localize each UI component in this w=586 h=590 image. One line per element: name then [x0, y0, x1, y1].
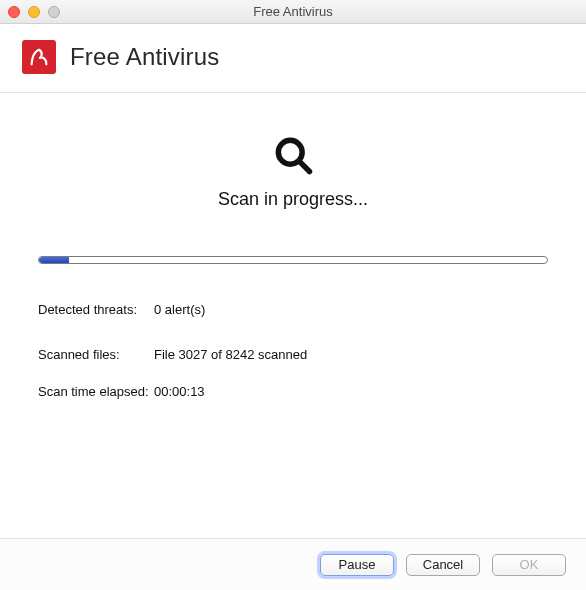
progress-fill — [39, 257, 69, 263]
app-title: Free Antivirus — [70, 43, 220, 71]
progress-bar — [38, 256, 548, 264]
zoom-window-button — [48, 6, 60, 18]
time-value: 00:00:13 — [154, 384, 205, 399]
avira-logo-icon — [22, 40, 56, 74]
files-label: Scanned files: — [38, 347, 154, 362]
threats-label: Detected threats: — [38, 302, 154, 317]
dialog-footer: Pause Cancel OK — [0, 538, 586, 590]
ok-button: OK — [492, 554, 566, 576]
files-value: File 3027 of 8242 scanned — [154, 347, 307, 362]
scan-stats: Detected threats: 0 alert(s) Scanned fil… — [38, 302, 548, 399]
time-label: Scan time elapsed: — [38, 384, 154, 399]
titlebar: Free Antivirus — [0, 0, 586, 24]
pause-button[interactable]: Pause — [320, 554, 394, 576]
stat-scan-time: Scan time elapsed: 00:00:13 — [38, 384, 548, 399]
cancel-button[interactable]: Cancel — [406, 554, 480, 576]
app-header: Free Antivirus — [0, 24, 586, 93]
threats-value: 0 alert(s) — [154, 302, 205, 317]
stat-scanned-files: Scanned files: File 3027 of 8242 scanned — [38, 347, 548, 362]
scan-status-text: Scan in progress... — [38, 189, 548, 210]
minimize-window-button[interactable] — [28, 6, 40, 18]
window-title: Free Antivirus — [0, 4, 586, 19]
svg-line-1 — [299, 161, 309, 171]
scan-panel: Scan in progress... Detected threats: 0 … — [0, 93, 586, 399]
close-window-button[interactable] — [8, 6, 20, 18]
scan-icon-wrap — [38, 133, 548, 181]
search-icon — [271, 133, 315, 181]
stat-detected-threats: Detected threats: 0 alert(s) — [38, 302, 548, 317]
window-controls — [8, 6, 60, 18]
